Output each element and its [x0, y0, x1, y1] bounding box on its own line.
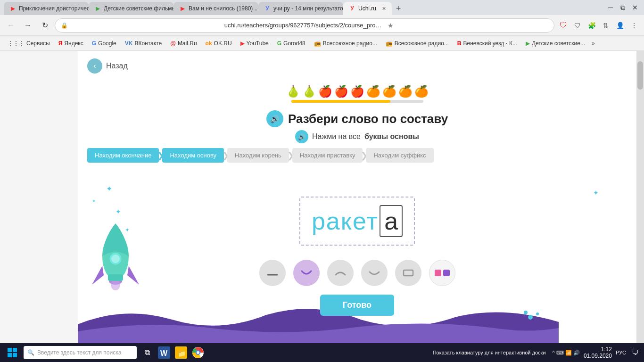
- taskbar: 🔍 Введите здесь текст для поиска ⧉ W 📁: [0, 343, 644, 362]
- word-ending-box[interactable]: а: [380, 205, 403, 237]
- subtitle-sound-button[interactable]: 🔊: [295, 130, 308, 143]
- reload-button[interactable]: ↻: [38, 18, 52, 33]
- tab-label-1: Приключения доисторическ...: [19, 5, 89, 12]
- tab-label-3: Вам и не снилось (1980) ...: [189, 5, 258, 12]
- svg-rect-12: [443, 270, 450, 276]
- bookmark-vk[interactable]: VK ВКонтакте: [121, 38, 165, 49]
- step-suffix-label: Находим суффикс: [373, 152, 426, 159]
- bookmark-youtube[interactable]: ▶ YouTube: [237, 38, 272, 49]
- security-icon[interactable]: 🛡: [557, 19, 570, 32]
- tool-rectangle[interactable]: [395, 260, 421, 286]
- bookmark-services[interactable]: ⋮⋮⋮ Сервисы: [4, 38, 54, 49]
- taskbar-explorer[interactable]: 📁: [173, 345, 189, 360]
- step-root[interactable]: Находим корень: [227, 148, 289, 163]
- step-base[interactable]: Находим основу: [162, 148, 224, 163]
- tab-label-5: Uchi.ru: [358, 5, 376, 12]
- bookmark-kids[interactable]: ▶ Детские советские...: [522, 38, 589, 49]
- browser-window: ▶ Приключения доисторическ... ✕ ▶ Детски…: [0, 0, 644, 362]
- shield-icon[interactable]: 🛡: [571, 19, 584, 32]
- tab-favicon-1: ▶: [9, 5, 16, 12]
- tool-arc-down[interactable]: [327, 260, 354, 286]
- start-button[interactable]: [4, 344, 21, 361]
- fruit-1: 🍐: [286, 85, 300, 98]
- extensions-icon[interactable]: 🧩: [586, 19, 598, 32]
- steps-row: Находим окончание ❯ Находим основу ❯ Нах…: [78, 148, 636, 170]
- taskbar-search-text: Введите здесь текст для поиска: [37, 349, 121, 356]
- bookmarks-more[interactable]: »: [590, 40, 597, 47]
- account-icon[interactable]: 👤: [614, 19, 626, 32]
- new-tab-button[interactable]: +: [392, 2, 405, 15]
- taskbar-tray: ^ ⌨ 📶 🔊 1:12 01.09.2020 РУС 🗨: [553, 346, 640, 359]
- bookmark-mail[interactable]: @ Mail.Ru: [166, 38, 200, 49]
- back-icon: ‹: [87, 58, 102, 74]
- tray-time-date: 1:12 01.09.2020: [584, 346, 612, 359]
- close-button[interactable]: ✕: [630, 2, 640, 13]
- fruit-6: 🍊: [366, 85, 380, 98]
- bookmarks-bar: ⋮⋮⋮ Сервисы Я Яндекс G Google VK ВКонтак…: [0, 36, 644, 51]
- word-base-text[interactable]: ракет: [312, 207, 379, 235]
- notification-icon[interactable]: 🗨: [630, 349, 640, 356]
- rocket-svg: [87, 219, 144, 304]
- bookmark-ok[interactable]: ok OK.RU: [202, 38, 236, 49]
- yandex-icon: Я: [58, 40, 63, 47]
- svg-point-6: [528, 315, 533, 320]
- back-label: Назад: [106, 62, 128, 70]
- tab-favicon-2: ▶: [94, 5, 101, 12]
- svg-point-2: [111, 255, 120, 263]
- bookmark-youtube-label: YouTube: [247, 40, 269, 47]
- bookmark-yandex-label: Яндекс: [64, 40, 83, 47]
- page-sidebar-left: [0, 51, 78, 343]
- svg-text:W: W: [160, 349, 168, 357]
- sync-icon[interactable]: ⇅: [600, 19, 612, 32]
- step-suffix[interactable]: Находим суффикс: [366, 148, 433, 163]
- gorod48-icon: G: [277, 40, 281, 47]
- back-button[interactable]: ←: [4, 18, 18, 33]
- step-base-label: Находим основу: [170, 152, 216, 159]
- step-prefix[interactable]: Находим приставку: [292, 148, 363, 163]
- taskbar-search[interactable]: 🔍 Введите здесь текст для поиска: [24, 346, 137, 359]
- scrollbar-thumb[interactable]: [637, 61, 643, 90]
- tool-underline-arc[interactable]: [293, 260, 320, 286]
- taskbar-word[interactable]: W: [157, 345, 172, 360]
- forward-button[interactable]: →: [21, 18, 35, 33]
- svg-point-7: [536, 313, 539, 315]
- page-sidebar-right: [636, 51, 644, 343]
- back-nav[interactable]: ‹ Назад: [78, 51, 636, 81]
- tool-color[interactable]: [429, 260, 455, 286]
- tab-label-4: учи.ру - 14 млн результато...: [273, 5, 343, 12]
- fruit-8: 🍊: [398, 85, 413, 98]
- tools-row: [259, 255, 455, 293]
- tab-favicon-4: У: [264, 5, 271, 12]
- bookmark-venev[interactable]: B Веневский уезд - К...: [454, 38, 521, 49]
- tab-favicon-3: ▶: [179, 5, 186, 12]
- bookmark-radio2[interactable]: 📻 Всесоюзное радио...: [382, 38, 453, 49]
- step-ending[interactable]: Находим окончание: [87, 148, 159, 163]
- keyboard-hint-bar[interactable]: Показать клавиатуру для интерактивной до…: [429, 350, 550, 355]
- bookmark-google[interactable]: G Google: [88, 38, 120, 49]
- tab-close-5[interactable]: ✕: [382, 6, 386, 12]
- tab-2[interactable]: ▶ Детские советские фильмы (... ✕: [89, 2, 173, 15]
- ready-button[interactable]: Готово: [320, 295, 394, 316]
- restore-button[interactable]: ⧉: [618, 2, 628, 13]
- svg-rect-15: [8, 353, 12, 357]
- bookmark-ok-label: OK.RU: [214, 40, 232, 47]
- tab-3[interactable]: ▶ Вам и не снилось (1980) ... ✕: [173, 2, 258, 15]
- title-sound-button[interactable]: 🔊: [266, 110, 283, 127]
- minimize-button[interactable]: ─: [605, 2, 616, 13]
- bookmark-gorod48[interactable]: G Gorod48: [273, 38, 309, 49]
- bookmark-yandex[interactable]: Я Яндекс: [55, 38, 87, 49]
- star-3: ✦: [116, 208, 121, 215]
- tab-5[interactable]: У Uchi.ru ✕: [343, 2, 392, 15]
- taskbar-task-view[interactable]: ⧉: [140, 345, 155, 360]
- tab-1[interactable]: ▶ Приключения доисторическ... ✕: [4, 2, 89, 15]
- ok-icon: ok: [206, 40, 212, 47]
- tool-arc-up[interactable]: [361, 260, 388, 286]
- tab-4[interactable]: У учи.ру - 14 млн результато... ✕: [258, 2, 343, 15]
- bookmark-radio1[interactable]: 📻 Всесоюзное радио...: [310, 38, 381, 49]
- menu-icon[interactable]: ⋮: [628, 19, 640, 32]
- address-bar[interactable]: 🔒 uchi.ru/teachers/groups/9627757/subjec…: [55, 18, 554, 33]
- url-text: uchi.ru/teachers/groups/9627757/subjects…: [224, 22, 385, 29]
- word-container: ракета: [299, 197, 415, 246]
- tool-underline-flat[interactable]: [259, 260, 286, 286]
- taskbar-chrome[interactable]: [190, 345, 206, 360]
